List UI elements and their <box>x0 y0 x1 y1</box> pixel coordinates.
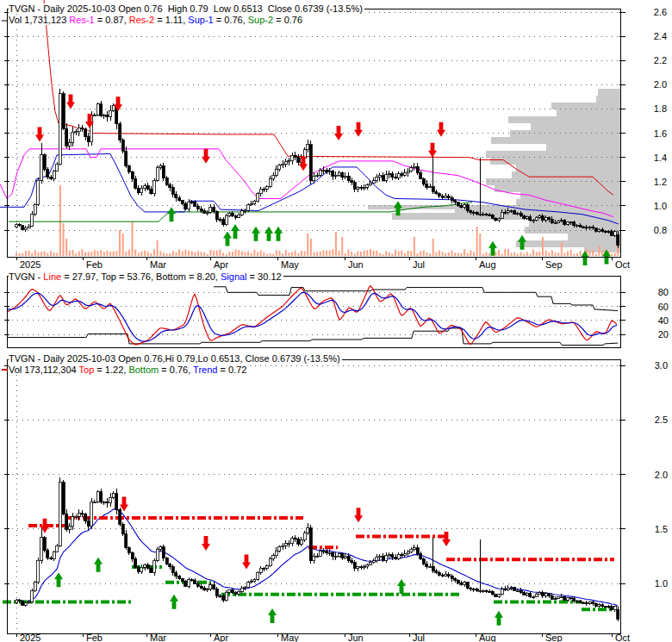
candle-body <box>498 595 501 596</box>
trend-line <box>16 509 618 607</box>
volume-bar <box>573 254 575 256</box>
sell-arrow-icon <box>437 122 445 137</box>
candle-body <box>206 589 208 590</box>
volume-bar <box>542 237 544 256</box>
legend-label-top: Top <box>79 365 95 375</box>
candle-body <box>422 178 425 184</box>
candle-body <box>501 212 503 218</box>
candle-body <box>513 588 516 590</box>
volume-bar <box>175 252 177 256</box>
candle-body <box>334 556 337 557</box>
candle-body <box>520 590 522 593</box>
volume-bar <box>520 252 522 256</box>
candle-body <box>529 593 532 596</box>
volume-bar <box>182 251 184 256</box>
volume-bar <box>285 250 287 256</box>
volume-bar <box>404 253 406 256</box>
volume-bar <box>555 252 557 256</box>
candle-body <box>150 568 152 572</box>
volume-bar <box>222 252 224 256</box>
candle-body <box>165 558 168 564</box>
candle-body <box>585 228 588 228</box>
volume-bar <box>295 251 296 256</box>
candle-body <box>144 565 146 567</box>
candle-body <box>594 228 597 231</box>
volume-bar <box>272 254 274 256</box>
volume-bar <box>50 251 52 256</box>
candle-body <box>169 184 171 188</box>
candle-body <box>466 205 469 211</box>
volume-bar <box>263 252 264 256</box>
volume-bar <box>213 251 215 256</box>
candle-body <box>613 232 616 236</box>
candle-body <box>369 563 371 564</box>
volume-bar <box>339 251 340 256</box>
candle-body <box>604 231 607 232</box>
candle-body <box>272 175 275 179</box>
candle-body <box>244 210 246 211</box>
candle-body <box>219 220 221 221</box>
candle-body <box>62 483 65 514</box>
volume-bar <box>134 249 136 256</box>
candle-body <box>507 211 509 213</box>
volume-bar <box>611 253 613 256</box>
volume-bar <box>226 254 227 256</box>
candle-body <box>203 588 206 589</box>
axis-label: 80 <box>658 287 669 297</box>
candle-body <box>395 177 397 178</box>
candle-body <box>263 568 265 569</box>
buy-arrow-icon <box>94 558 103 572</box>
volume-bar <box>109 252 111 256</box>
candle-body <box>257 572 259 579</box>
candle-body <box>56 164 59 171</box>
volume-bar <box>426 252 427 256</box>
candle-body <box>529 217 532 221</box>
volume-bar <box>307 234 308 256</box>
axis-label: 1.4 <box>654 153 667 163</box>
sell-arrow-icon <box>442 532 451 546</box>
volume-bar <box>598 246 600 256</box>
candle-body <box>282 545 284 547</box>
axis-label: 1.5 <box>655 524 668 534</box>
volume-bar <box>526 252 528 256</box>
candle-body <box>426 564 428 566</box>
volume-bar <box>94 250 96 256</box>
candle-body <box>410 549 413 552</box>
volume-bar <box>511 252 513 256</box>
axis-label: Sep <box>545 633 563 642</box>
legend-label-line: Line <box>43 271 61 282</box>
candle-body <box>541 593 544 596</box>
candle-body <box>93 502 96 502</box>
candle-body <box>548 217 551 220</box>
axis-label: 3.0 <box>655 360 668 371</box>
candle-body <box>470 211 472 212</box>
candle-body <box>388 174 390 175</box>
legend-label-trend: Trend <box>193 365 217 375</box>
candle-body <box>366 564 369 566</box>
candle-body <box>353 183 356 189</box>
candle-body <box>357 567 359 569</box>
stock-chart-window: { "window": {"bg": "#ffffff", "width": 7… <box>0 0 672 642</box>
candle-body <box>171 567 174 573</box>
volume-bar <box>592 250 594 256</box>
volume-bar <box>191 252 193 256</box>
legend-label-sup-2: Sup-2 <box>248 15 273 25</box>
candle-body <box>144 186 146 189</box>
candle-body <box>278 547 281 551</box>
axis-label: 2025 <box>20 259 40 270</box>
volume-bar <box>595 254 597 256</box>
volume-bar <box>517 254 519 256</box>
candle-body <box>159 165 162 167</box>
volume-bar <box>501 254 503 256</box>
volume-bar <box>34 250 36 256</box>
candle-body <box>457 203 459 206</box>
candle-body <box>401 555 403 556</box>
candle-body <box>259 189 262 194</box>
candle-body <box>282 164 284 165</box>
volume-bar <box>84 252 86 256</box>
candle-body <box>115 494 118 510</box>
legend-value: = 27.97, <box>61 271 101 282</box>
volume-bar <box>563 252 565 256</box>
candle-body <box>510 210 513 211</box>
candle-body <box>532 596 535 597</box>
